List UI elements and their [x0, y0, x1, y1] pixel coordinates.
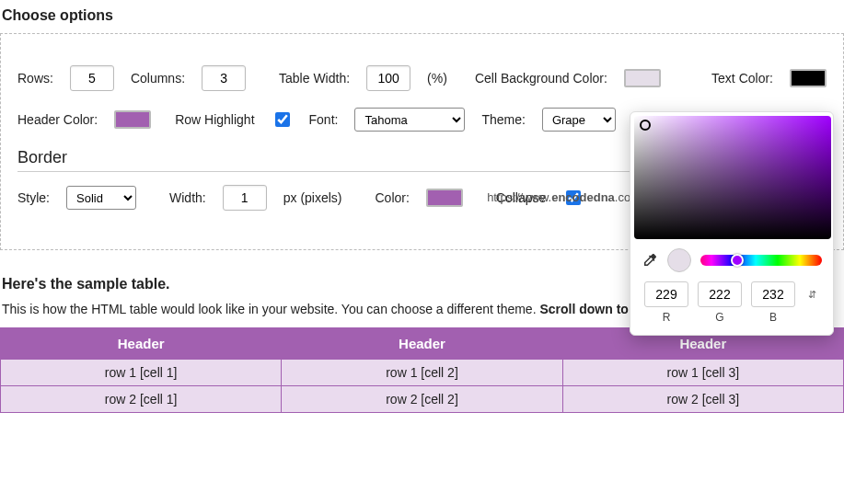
saturation-value-area[interactable]: [634, 116, 831, 239]
watermark: https://www.encodedna.com: [487, 190, 641, 204]
text-color-swatch[interactable]: [790, 69, 827, 87]
rows-input[interactable]: [70, 65, 114, 91]
r-input[interactable]: [644, 281, 688, 307]
table-header: Header: [1, 328, 282, 360]
table-width-unit: (%): [427, 71, 447, 86]
row-highlight-label: Row Highlight: [175, 112, 254, 127]
sv-cursor[interactable]: [640, 120, 651, 131]
preview-table: Header Header Header row 1 [cell 1] row …: [0, 327, 844, 413]
border-width-unit: px (pixels): [283, 190, 342, 205]
border-width-input[interactable]: [223, 185, 267, 211]
border-color-swatch[interactable]: [426, 189, 463, 207]
table-width-input[interactable]: [366, 65, 410, 91]
theme-select[interactable]: Grape: [542, 108, 616, 132]
border-style-label: Style:: [17, 190, 50, 205]
cell-bg-label: Cell Background Color:: [475, 71, 607, 86]
font-select[interactable]: Tahoma: [354, 108, 465, 132]
table-row: row 1 [cell 1] row 1 [cell 2] row 1 [cel…: [1, 360, 844, 386]
eyedropper-icon[interactable]: [642, 252, 658, 269]
table-cell: row 2 [cell 2]: [282, 386, 562, 413]
table-cell: row 2 [cell 3]: [562, 386, 843, 413]
row-highlight-checkbox[interactable]: [275, 112, 290, 127]
g-label: G: [698, 311, 742, 324]
g-input[interactable]: [698, 281, 742, 307]
table-header: Header: [282, 328, 562, 360]
b-input[interactable]: [751, 281, 795, 307]
options-panel: Rows: Columns: Table Width: (%) Cell Bac…: [0, 33, 844, 250]
table-cell: row 1 [cell 1]: [1, 360, 282, 386]
border-width-label: Width:: [169, 190, 206, 205]
cell-bg-swatch[interactable]: [624, 69, 661, 87]
header-color-label: Header Color:: [17, 112, 98, 127]
hue-slider[interactable]: [700, 255, 822, 266]
table-cell: row 1 [cell 2]: [282, 360, 562, 386]
theme-label: Theme:: [481, 112, 525, 127]
color-mode-toggle[interactable]: ⇵: [804, 289, 819, 301]
header-color-swatch[interactable]: [114, 110, 151, 129]
font-label: Font:: [309, 112, 339, 127]
table-row: row 2 [cell 1] row 2 [cell 2] row 2 [cel…: [1, 386, 844, 413]
rgb-inputs: ⇵: [634, 278, 829, 307]
hue-thumb[interactable]: [731, 254, 744, 267]
border-color-label: Color:: [376, 190, 410, 205]
columns-label: Columns:: [131, 71, 185, 86]
text-color-label: Text Color:: [711, 71, 773, 86]
options-row-1: Rows: Columns: Table Width: (%) Cell Bac…: [17, 65, 827, 91]
table-cell: row 1 [cell 3]: [562, 360, 843, 386]
color-picker[interactable]: ⇵ R G B: [630, 111, 834, 336]
columns-input[interactable]: [202, 65, 246, 91]
b-label: B: [751, 311, 795, 324]
rgb-labels: R G B: [634, 307, 829, 327]
r-label: R: [644, 311, 688, 324]
table-width-label: Table Width:: [279, 71, 350, 86]
table-cell: row 2 [cell 1]: [1, 386, 282, 413]
border-style-select[interactable]: Solid: [66, 186, 136, 210]
page-title: Choose options: [2, 7, 844, 24]
rows-label: Rows:: [17, 71, 53, 86]
current-color-swatch: [667, 248, 691, 272]
